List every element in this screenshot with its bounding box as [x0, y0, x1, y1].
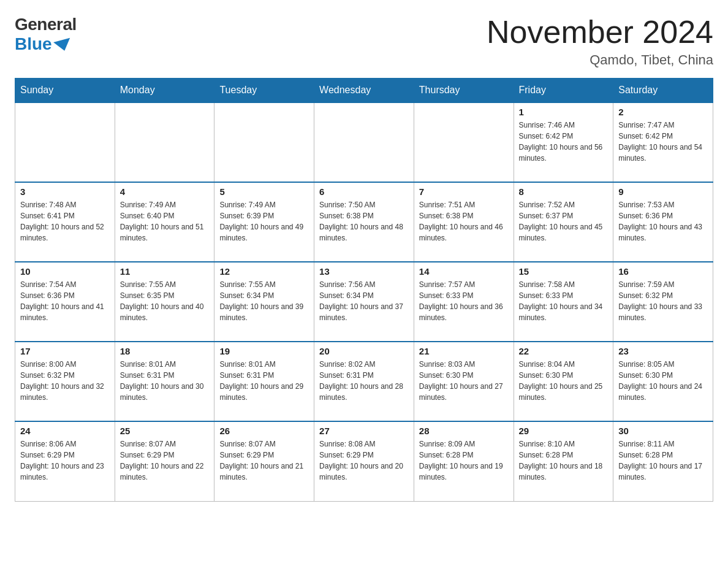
day-number: 2 [618, 107, 708, 117]
day-number: 18 [120, 346, 210, 356]
calendar-cell [414, 102, 514, 182]
day-number: 7 [419, 186, 509, 197]
calendar-week-row: 24Sunrise: 8:06 AMSunset: 6:29 PMDayligh… [15, 421, 713, 501]
calendar-week-row: 10Sunrise: 7:54 AMSunset: 6:36 PMDayligh… [15, 262, 713, 342]
calendar-cell: 20Sunrise: 8:02 AMSunset: 6:31 PMDayligh… [314, 342, 414, 421]
calendar-cell: 12Sunrise: 7:55 AMSunset: 6:34 PMDayligh… [214, 262, 314, 342]
day-info: Sunrise: 8:04 AMSunset: 6:30 PMDaylight:… [519, 359, 609, 403]
calendar-cell: 29Sunrise: 8:10 AMSunset: 6:28 PMDayligh… [514, 421, 613, 501]
day-info: Sunrise: 7:49 AMSunset: 6:39 PMDaylight:… [219, 199, 309, 243]
calendar-cell: 22Sunrise: 8:04 AMSunset: 6:30 PMDayligh… [514, 342, 613, 421]
day-info: Sunrise: 7:58 AMSunset: 6:33 PMDaylight:… [519, 279, 609, 323]
day-info: Sunrise: 8:01 AMSunset: 6:31 PMDaylight:… [219, 359, 309, 403]
title-section: November 2024 Qamdo, Tibet, China [487, 15, 713, 68]
day-info: Sunrise: 8:07 AMSunset: 6:29 PMDaylight:… [120, 439, 210, 483]
calendar-table: SundayMondayTuesdayWednesdayThursdayFrid… [15, 78, 713, 502]
calendar-cell: 24Sunrise: 8:06 AMSunset: 6:29 PMDayligh… [15, 421, 115, 501]
calendar-week-row: 1Sunrise: 7:46 AMSunset: 6:42 PMDaylight… [15, 102, 713, 182]
day-number: 17 [20, 346, 110, 356]
day-info: Sunrise: 8:01 AMSunset: 6:31 PMDaylight:… [120, 359, 210, 403]
day-info: Sunrise: 8:08 AMSunset: 6:29 PMDaylight:… [319, 439, 409, 483]
calendar-cell [15, 102, 115, 182]
calendar-cell: 28Sunrise: 8:09 AMSunset: 6:28 PMDayligh… [414, 421, 514, 501]
calendar-cell: 5Sunrise: 7:49 AMSunset: 6:39 PMDaylight… [214, 182, 314, 262]
day-info: Sunrise: 7:59 AMSunset: 6:32 PMDaylight:… [618, 279, 708, 323]
day-info: Sunrise: 7:48 AMSunset: 6:41 PMDaylight:… [20, 199, 110, 243]
day-number: 14 [419, 266, 509, 277]
calendar-cell: 8Sunrise: 7:52 AMSunset: 6:37 PMDaylight… [514, 182, 613, 262]
day-number: 11 [120, 266, 210, 277]
calendar-cell: 21Sunrise: 8:03 AMSunset: 6:30 PMDayligh… [414, 342, 514, 421]
day-info: Sunrise: 7:55 AMSunset: 6:35 PMDaylight:… [120, 279, 210, 323]
calendar-cell: 6Sunrise: 7:50 AMSunset: 6:38 PMDaylight… [314, 182, 414, 262]
calendar-cell: 15Sunrise: 7:58 AMSunset: 6:33 PMDayligh… [514, 262, 613, 342]
weekday-header-friday: Friday [514, 79, 613, 103]
calendar-cell: 11Sunrise: 7:55 AMSunset: 6:35 PMDayligh… [115, 262, 214, 342]
day-number: 3 [20, 186, 110, 197]
day-info: Sunrise: 7:55 AMSunset: 6:34 PMDaylight:… [219, 279, 309, 323]
day-number: 19 [219, 346, 309, 356]
day-number: 23 [618, 346, 708, 356]
day-info: Sunrise: 8:05 AMSunset: 6:30 PMDaylight:… [618, 359, 708, 403]
day-number: 12 [219, 266, 309, 277]
day-info: Sunrise: 8:02 AMSunset: 6:31 PMDaylight:… [319, 359, 409, 403]
day-number: 26 [219, 426, 309, 436]
calendar-cell: 1Sunrise: 7:46 AMSunset: 6:42 PMDaylight… [514, 102, 613, 182]
logo-blue-text: Blue [15, 34, 73, 54]
calendar-cell: 2Sunrise: 7:47 AMSunset: 6:42 PMDaylight… [613, 102, 713, 182]
calendar-cell: 14Sunrise: 7:57 AMSunset: 6:33 PMDayligh… [414, 262, 514, 342]
day-info: Sunrise: 8:03 AMSunset: 6:30 PMDaylight:… [419, 359, 509, 403]
calendar-cell: 30Sunrise: 8:11 AMSunset: 6:28 PMDayligh… [613, 421, 713, 501]
day-number: 30 [618, 426, 708, 436]
day-info: Sunrise: 7:51 AMSunset: 6:38 PMDaylight:… [419, 199, 509, 243]
calendar-cell: 18Sunrise: 8:01 AMSunset: 6:31 PMDayligh… [115, 342, 214, 421]
day-info: Sunrise: 7:54 AMSunset: 6:36 PMDaylight:… [20, 279, 110, 323]
day-info: Sunrise: 8:11 AMSunset: 6:28 PMDaylight:… [618, 439, 708, 483]
weekday-header-saturday: Saturday [613, 79, 713, 103]
day-info: Sunrise: 8:10 AMSunset: 6:28 PMDaylight:… [519, 439, 609, 483]
day-info: Sunrise: 7:52 AMSunset: 6:37 PMDaylight:… [519, 199, 609, 243]
day-number: 5 [219, 186, 309, 197]
calendar-cell: 4Sunrise: 7:49 AMSunset: 6:40 PMDaylight… [115, 182, 214, 262]
day-number: 15 [519, 266, 609, 277]
day-number: 8 [519, 186, 609, 197]
calendar-cell: 10Sunrise: 7:54 AMSunset: 6:36 PMDayligh… [15, 262, 115, 342]
day-number: 1 [519, 107, 609, 117]
day-number: 25 [120, 426, 210, 436]
weekday-header-wednesday: Wednesday [314, 79, 414, 103]
calendar-cell: 19Sunrise: 8:01 AMSunset: 6:31 PMDayligh… [214, 342, 314, 421]
day-number: 21 [419, 346, 509, 356]
calendar-cell: 13Sunrise: 7:56 AMSunset: 6:34 PMDayligh… [314, 262, 414, 342]
weekday-header-sunday: Sunday [15, 79, 115, 103]
day-number: 27 [319, 426, 409, 436]
calendar-week-row: 17Sunrise: 8:00 AMSunset: 6:32 PMDayligh… [15, 342, 713, 421]
day-number: 20 [319, 346, 409, 356]
day-number: 28 [419, 426, 509, 436]
calendar-cell: 25Sunrise: 8:07 AMSunset: 6:29 PMDayligh… [115, 421, 214, 501]
day-number: 24 [20, 426, 110, 436]
month-title: November 2024 [487, 15, 713, 50]
day-number: 4 [120, 186, 210, 197]
logo-general-text: General [15, 15, 77, 34]
logo: General Blue [15, 15, 77, 54]
page-header: General Blue November 2024 Qamdo, Tibet,… [15, 15, 713, 68]
day-number: 13 [319, 266, 409, 277]
day-number: 29 [519, 426, 609, 436]
calendar-cell: 9Sunrise: 7:53 AMSunset: 6:36 PMDaylight… [613, 182, 713, 262]
calendar-cell: 3Sunrise: 7:48 AMSunset: 6:41 PMDaylight… [15, 182, 115, 262]
calendar-cell: 26Sunrise: 8:07 AMSunset: 6:29 PMDayligh… [214, 421, 314, 501]
day-info: Sunrise: 7:53 AMSunset: 6:36 PMDaylight:… [618, 199, 708, 243]
day-number: 16 [618, 266, 708, 277]
calendar-week-row: 3Sunrise: 7:48 AMSunset: 6:41 PMDaylight… [15, 182, 713, 262]
logo-triangle-icon [53, 38, 73, 53]
day-number: 22 [519, 346, 609, 356]
calendar-cell: 23Sunrise: 8:05 AMSunset: 6:30 PMDayligh… [613, 342, 713, 421]
weekday-header-thursday: Thursday [414, 79, 514, 103]
calendar-cell [115, 102, 214, 182]
calendar-cell [214, 102, 314, 182]
day-number: 10 [20, 266, 110, 277]
day-info: Sunrise: 7:46 AMSunset: 6:42 PMDaylight:… [519, 120, 609, 164]
day-info: Sunrise: 7:56 AMSunset: 6:34 PMDaylight:… [319, 279, 409, 323]
day-info: Sunrise: 7:49 AMSunset: 6:40 PMDaylight:… [120, 199, 210, 243]
calendar-cell [314, 102, 414, 182]
